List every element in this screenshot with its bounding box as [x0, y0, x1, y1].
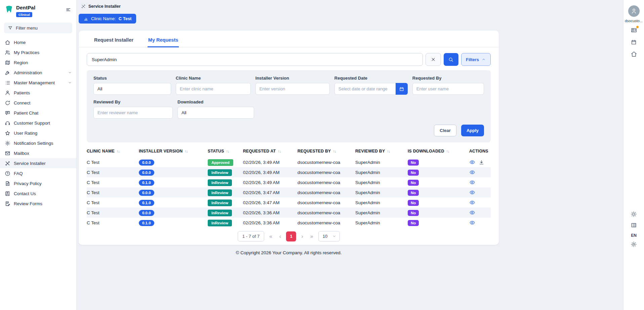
sort-icon[interactable]: ↑↓ — [278, 149, 281, 153]
language-selector[interactable]: EN — [631, 233, 637, 238]
sidebar-item-service-installer[interactable]: Service Installer — [0, 158, 76, 168]
column-label: CLINIC NAME — [87, 149, 115, 153]
cell-reviewed-by: SuperAdmin — [355, 187, 408, 197]
column-requested-by[interactable]: REQUESTED BY↑↓ — [297, 145, 355, 157]
sidebar-item-connect[interactable]: Connect — [0, 98, 76, 108]
downloaded-badge: No — [408, 160, 419, 166]
clinic-name-filter-input[interactable] — [176, 83, 251, 95]
sidebar-item-review-forms[interactable]: Review Forms — [0, 198, 76, 209]
cell-actions — [469, 167, 491, 177]
clear-search-button[interactable] — [426, 53, 441, 66]
cell-clinic-name: C Test — [87, 197, 139, 208]
clear-filters-button[interactable]: Clear — [434, 125, 456, 136]
cell-installer-version: 0.0.0 — [139, 208, 208, 218]
sidebar-item-my-practices[interactable]: My Practices — [0, 47, 76, 57]
search-input[interactable] — [87, 53, 423, 66]
app-root: DentPal Clinical Filter menu Home My Pra… — [0, 0, 644, 310]
sidebar-collapse-icon[interactable] — [66, 7, 72, 13]
sort-icon[interactable]: ↑↓ — [333, 149, 336, 153]
column-installer-version[interactable]: INSTALLER VERSION↑↓ — [139, 145, 208, 157]
calendar-rail-button[interactable] — [631, 39, 637, 47]
sidebar-item-label: Notification Settings — [14, 141, 53, 146]
table-row: C Test 0.1.0 InReview 02/20/26, 3:36 AM … — [87, 218, 491, 228]
page-size-select[interactable]: 10 — [318, 231, 340, 241]
sidebar-item-label: Master Management — [14, 80, 55, 85]
cell-clinic-name: C Test — [87, 157, 139, 167]
page-1-button[interactable]: 1 — [286, 231, 296, 241]
home-rail-button[interactable] — [631, 51, 637, 59]
view-button[interactable] — [469, 189, 475, 195]
theme-toggle-button[interactable] — [631, 211, 637, 219]
filters-toggle-button[interactable]: Filters — [461, 53, 491, 66]
sidebar-item-faq[interactable]: FAQ — [0, 168, 76, 178]
layout-columns-button[interactable] — [631, 222, 637, 230]
first-page-button[interactable]: « — [267, 233, 274, 240]
cell-requested-at: 02/20/26, 3:49 AM — [243, 177, 297, 187]
sidebar-item-home[interactable]: Home — [0, 37, 76, 47]
table-row: C Test 0.1.0 InReview 02/20/26, 3:47 AM … — [87, 197, 491, 208]
sidebar-item-notification-settings[interactable]: Notification Settings — [0, 138, 76, 148]
downloaded-badge: No — [408, 190, 419, 196]
requests-table: CLINIC NAME↑↓INSTALLER VERSION↑↓STATUS↑↓… — [87, 145, 491, 228]
column-requested-at[interactable]: REQUESTED AT↑↓ — [243, 145, 297, 157]
sidebar-item-mailbox[interactable]: Mailbox — [0, 148, 76, 158]
sort-icon[interactable]: ↑↓ — [117, 149, 120, 153]
version-badge: 0.0.0 — [139, 160, 154, 166]
next-page-button[interactable]: › — [299, 233, 305, 240]
home-icon — [631, 51, 637, 57]
view-button[interactable] — [469, 220, 475, 226]
column-clinic-name[interactable]: CLINIC NAME↑↓ — [87, 145, 139, 157]
downloaded-select[interactable]: All — [177, 107, 254, 119]
last-page-button[interactable]: » — [308, 233, 315, 240]
sidebar-item-privacy-policy[interactable]: Privacy Policy — [0, 178, 76, 188]
column-status[interactable]: STATUS↑↓ — [208, 145, 243, 157]
filter-menu-button[interactable]: Filter menu — [4, 23, 72, 33]
downloaded-label: Downloaded — [177, 99, 254, 104]
sort-icon[interactable]: ↑↓ — [185, 149, 188, 153]
apply-filters-button[interactable]: Apply — [461, 125, 484, 136]
sidebar-item-label: Administration — [14, 70, 42, 75]
sidebar-item-master-management[interactable]: Master Management — [0, 78, 76, 88]
installer-version-input[interactable] — [255, 83, 330, 95]
funnel-icon — [8, 26, 13, 31]
sort-icon[interactable]: ↑↓ — [387, 149, 390, 153]
clinic-name-button[interactable]: Clinic Name: C Test — [79, 14, 136, 24]
pagination: 1 - 7 of 7 « ‹ 1 › » 10 — [87, 231, 491, 241]
search-button[interactable] — [444, 53, 458, 66]
column-label: ACTIONS — [469, 149, 488, 153]
column-is-downloaded[interactable]: IS DOWNLOADED↑↓ — [408, 145, 469, 157]
requested-by-input[interactable] — [412, 83, 484, 95]
prev-page-button[interactable]: ‹ — [277, 233, 283, 240]
notifications-button[interactable] — [631, 27, 637, 35]
sidebar-item-customer-support[interactable]: Customer Support — [0, 118, 76, 128]
sort-icon[interactable]: ↑↓ — [226, 149, 229, 153]
sidebar-item-administration[interactable]: Administration — [0, 68, 76, 78]
sidebar-item-patient-chat[interactable]: Patient Chat — [0, 108, 76, 118]
view-button[interactable] — [469, 179, 475, 185]
sort-icon[interactable]: ↑↓ — [446, 149, 449, 153]
tab-my-requests[interactable]: My Requests — [148, 33, 179, 47]
sidebar-item-label: Region — [14, 60, 28, 65]
avatar[interactable] — [628, 5, 640, 17]
sidebar-item-patients[interactable]: Patients — [0, 88, 76, 98]
reviewed-by-input[interactable] — [93, 107, 173, 119]
column-actions: ACTIONS — [469, 145, 491, 157]
calendar-button[interactable] — [396, 83, 408, 95]
view-button[interactable] — [469, 200, 475, 206]
column-reviewed-by[interactable]: REVIEWED BY↑↓ — [355, 145, 408, 157]
status-select[interactable]: All — [93, 83, 171, 95]
download-button[interactable] — [479, 160, 484, 165]
settings-button[interactable] — [631, 241, 637, 249]
tab-request-installer[interactable]: Request Installer — [93, 33, 134, 47]
sidebar-item-region[interactable]: Region — [0, 57, 76, 68]
cell-status: InReview — [208, 197, 243, 208]
sidebar-item-user-rating[interactable]: User Rating — [0, 128, 76, 138]
view-button[interactable] — [469, 210, 475, 216]
sidebar-item-contact-us[interactable]: Contact Us — [0, 188, 76, 198]
view-button[interactable] — [469, 159, 475, 165]
sidebar-item-label: Customer Support — [14, 121, 50, 126]
view-button[interactable] — [469, 169, 475, 175]
cell-status: InReview — [208, 167, 243, 177]
cell-actions — [469, 218, 491, 228]
cell-clinic-name: C Test — [87, 187, 139, 197]
